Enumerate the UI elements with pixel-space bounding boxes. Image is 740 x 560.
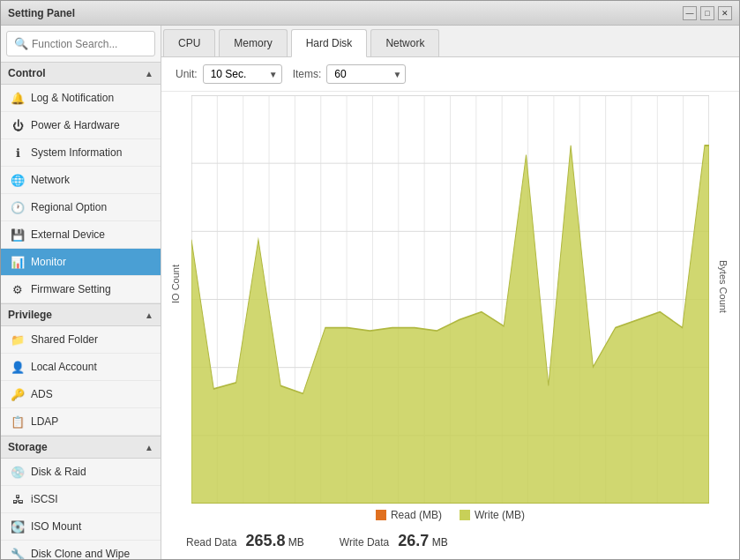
firmware-setting-label: Firmware Setting: [31, 283, 111, 295]
items-dropdown-arrow: ▼: [392, 70, 401, 79]
iso-mount-label: ISO Mount: [31, 520, 81, 533]
window-controls: — □ ✕: [683, 6, 732, 20]
restore-button[interactable]: □: [700, 6, 714, 20]
unit-control-group: Unit: 10 Sec. ▼: [176, 64, 282, 84]
shared-folder-label: Shared Folder: [31, 333, 98, 346]
section-arrow-privilege: ▲: [145, 310, 153, 320]
unit-dropdown-arrow: ▼: [269, 70, 278, 79]
items-control-group: Items: 60 ▼: [293, 64, 407, 84]
sidebar-item-disk-raid[interactable]: 💿 Disk & Raid: [1, 459, 161, 486]
unit-value: 10 Sec.: [211, 68, 247, 80]
sidebar-item-ads[interactable]: 🔑 ADS: [1, 381, 161, 408]
sidebar-item-firmware-setting[interactable]: ⚙ Firmware Setting: [1, 276, 161, 303]
ads-icon: 🔑: [10, 386, 26, 402]
search-box[interactable]: 🔍: [6, 31, 155, 56]
sidebar-item-shared-folder[interactable]: 📁 Shared Folder: [1, 326, 161, 354]
monitor-label: Monitor: [31, 256, 66, 268]
network-label: Network: [31, 174, 70, 186]
sidebar-scroll: Control ▲ 🔔 Log & Notification ⏻ Power &…: [1, 62, 161, 559]
window-title: Setting Panel: [8, 7, 75, 19]
content-area: CPU Memory Hard Disk Network Unit: 10 Se…: [161, 26, 739, 559]
write-data-unit: MB: [432, 536, 448, 549]
setting-panel-window: Setting Panel — □ ✕ 🔍 Control: [0, 0, 740, 560]
shared-folder-icon: 📁: [10, 332, 26, 347]
power-hardware-label: Power & Hardware: [31, 119, 120, 131]
section-label-privilege: Privilege: [8, 309, 52, 321]
hard-disk-chart: 0 0.2 0.4 0.6 0.8 1 1.2 0 0.05 0.1 0.15 …: [191, 95, 709, 504]
disk-raid-label: Disk & Raid: [31, 466, 86, 478]
sidebar-item-regional-option[interactable]: 🕐 Regional Option: [1, 194, 161, 221]
y-right-axis-label: Bytes Count: [718, 260, 729, 313]
external-device-label: External Device: [31, 228, 105, 241]
power-hardware-icon: ⏻: [10, 117, 26, 133]
section-header-privilege[interactable]: Privilege ▲: [1, 303, 161, 326]
regional-option-icon: 🕐: [10, 199, 26, 215]
tab-hard-disk[interactable]: Hard Disk: [291, 29, 368, 57]
chart-section: IO Count Bytes Count: [161, 92, 739, 559]
legend-write-label: Write (MB): [475, 509, 525, 521]
title-bar: Setting Panel — □ ✕: [1, 1, 739, 26]
monitor-icon: 📊: [10, 254, 26, 270]
iscsi-label: iSCSI: [31, 493, 58, 505]
network-icon: 🌐: [10, 172, 26, 188]
tab-cpu[interactable]: CPU: [163, 29, 215, 56]
items-label: Items:: [293, 68, 322, 80]
chart-controls: Unit: 10 Sec. ▼ Items: 60 ▼: [161, 57, 739, 92]
log-notification-label: Log & Notification: [31, 92, 114, 104]
items-value: 60: [334, 68, 346, 80]
sidebar: 🔍 Control ▲ 🔔 Log & Notification ⏻ Power…: [1, 26, 161, 559]
external-device-icon: 💾: [10, 227, 26, 243]
minimize-button[interactable]: —: [683, 6, 697, 20]
section-header-storage[interactable]: Storage ▲: [1, 436, 161, 459]
tab-memory[interactable]: Memory: [219, 29, 287, 56]
tabs-bar: CPU Memory Hard Disk Network: [161, 26, 739, 57]
sidebar-item-monitor[interactable]: 📊 Monitor: [1, 249, 161, 276]
sidebar-item-network[interactable]: 🌐 Network: [1, 167, 161, 194]
items-dropdown[interactable]: 60 ▼: [326, 64, 406, 84]
chart-outer: IO Count Bytes Count: [168, 95, 732, 504]
log-notification-icon: 🔔: [10, 90, 26, 106]
section-arrow-control: ▲: [145, 69, 153, 78]
legend-read: Read (MB): [376, 509, 442, 521]
regional-option-label: Regional Option: [31, 201, 107, 213]
legend-write-color: [460, 510, 470, 520]
unit-dropdown[interactable]: 10 Sec. ▼: [203, 64, 282, 84]
sidebar-item-system-information[interactable]: ℹ System Information: [1, 139, 161, 167]
disk-raid-icon: 💿: [10, 464, 26, 480]
section-header-control[interactable]: Control ▲: [1, 62, 161, 85]
section-label-control: Control: [8, 67, 46, 79]
section-label-storage: Storage: [8, 441, 48, 453]
ads-label: ADS: [31, 388, 53, 400]
read-data-stat: Read Data 265.8 MB: [186, 532, 304, 550]
tab-network[interactable]: Network: [370, 29, 439, 56]
search-icon: 🔍: [14, 37, 28, 50]
sidebar-item-external-device[interactable]: 💾 External Device: [1, 221, 161, 249]
sidebar-item-log-notification[interactable]: 🔔 Log & Notification: [1, 85, 161, 112]
sidebar-item-iscsi[interactable]: 🖧 iSCSI: [1, 486, 161, 513]
sidebar-item-local-account[interactable]: 👤 Local Account: [1, 354, 161, 381]
ldap-icon: 📋: [10, 414, 26, 429]
local-account-icon: 👤: [10, 359, 26, 375]
main-content: 🔍 Control ▲ 🔔 Log & Notification ⏻ Power…: [1, 26, 739, 559]
write-data-label: Write Data: [340, 536, 389, 549]
sidebar-item-iso-mount[interactable]: 💽 ISO Mount: [1, 513, 161, 541]
close-button[interactable]: ✕: [718, 6, 732, 20]
y-left-axis-label: IO Count: [170, 265, 181, 303]
iscsi-icon: 🖧: [10, 491, 26, 507]
sidebar-item-power-hardware[interactable]: ⏻ Power & Hardware: [1, 112, 161, 139]
unit-label: Unit:: [176, 68, 198, 80]
local-account-label: Local Account: [31, 361, 97, 373]
ldap-label: LDAP: [31, 415, 58, 428]
read-data-value: 265.8: [245, 532, 285, 549]
read-data-label: Read Data: [186, 536, 236, 549]
sidebar-item-disk-clone-wipe[interactable]: 🔧 Disk Clone and Wipe: [1, 541, 161, 559]
firmware-setting-icon: ⚙: [10, 281, 26, 297]
section-arrow-storage: ▲: [145, 443, 153, 452]
legend-read-color: [376, 510, 386, 520]
chart-stats: Read Data 265.8 MB Write Data 26.7 MB: [168, 526, 732, 559]
system-information-icon: ℹ: [10, 145, 26, 161]
disk-clone-wipe-label: Disk Clone and Wipe: [31, 548, 130, 559]
y-right-axis-label-wrap: Bytes Count: [718, 260, 730, 340]
sidebar-item-ldap[interactable]: 📋 LDAP: [1, 408, 161, 436]
search-input[interactable]: [32, 38, 147, 50]
